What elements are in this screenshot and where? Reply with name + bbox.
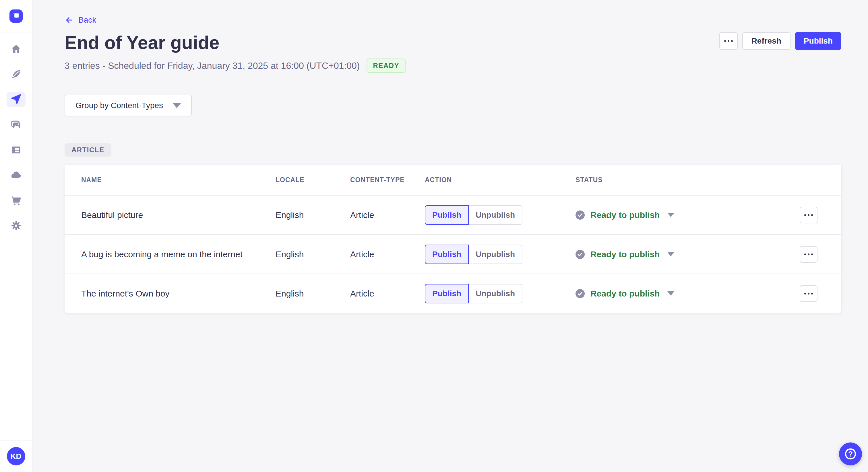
- help-button[interactable]: ?: [839, 442, 862, 465]
- unpublish-toggle-button[interactable]: Unpublish: [469, 205, 522, 225]
- paper-plane-icon: [7, 92, 26, 107]
- row-more-button[interactable]: [800, 207, 817, 224]
- status-label: Ready to publish: [590, 249, 660, 259]
- chevron-down-icon: [173, 103, 181, 108]
- entry-name: The internet's Own boy: [81, 289, 276, 299]
- sidebar-item-content-manager[interactable]: [0, 62, 32, 87]
- gear-icon: [7, 218, 26, 233]
- header-actions: Refresh Publish: [719, 32, 841, 50]
- entry-status-cell: Ready to publish: [576, 249, 776, 259]
- cart-icon: [7, 193, 26, 208]
- sidebar-item-media-library[interactable]: [0, 112, 32, 137]
- entry-more-cell: [800, 246, 817, 263]
- pictures-icon: [7, 117, 26, 133]
- svg-text:?: ?: [848, 450, 853, 458]
- publish-action-toggle: Publish Unpublish: [425, 245, 576, 264]
- sidebar-nav: [0, 36, 32, 238]
- table-body: Beautiful picture English Article Publis…: [65, 195, 841, 313]
- sidebar-item-home[interactable]: [0, 36, 32, 62]
- column-header-content-type: CONTENT-TYPE: [350, 176, 425, 184]
- entry-locale: English: [276, 289, 350, 299]
- ellipsis-icon: [723, 40, 734, 42]
- entry-action-cell: Publish Unpublish: [425, 284, 576, 303]
- column-header-locale: LOCALE: [276, 176, 350, 184]
- chevron-down-icon: [668, 213, 674, 217]
- strapi-logo-icon: [9, 9, 23, 23]
- main-content: Back Refresh Publish End of Year guide 3…: [32, 0, 868, 313]
- entry-content-type: Article: [350, 289, 425, 299]
- check-circle-icon: [576, 250, 585, 259]
- back-link[interactable]: Back: [65, 15, 96, 25]
- status-label: Ready to publish: [590, 289, 660, 299]
- sidebar-item-marketplace[interactable]: [0, 188, 32, 213]
- arrow-left-icon: [65, 15, 74, 25]
- entry-action-cell: Publish Unpublish: [425, 205, 576, 225]
- user-avatar[interactable]: KD: [7, 447, 25, 465]
- publish-toggle-button[interactable]: Publish: [425, 205, 469, 225]
- publish-action-toggle: Publish Unpublish: [425, 205, 576, 225]
- entry-locale: English: [276, 249, 350, 259]
- release-more-button[interactable]: [719, 32, 738, 50]
- question-circle-icon: ?: [844, 448, 857, 460]
- back-label: Back: [79, 15, 96, 25]
- status-dropdown[interactable]: Ready to publish: [576, 289, 776, 299]
- group-by-label: Group by Content-Types: [75, 101, 163, 110]
- sidebar-item-settings[interactable]: [0, 213, 32, 238]
- chevron-down-icon: [668, 252, 674, 256]
- column-header-status: STATUS: [576, 176, 776, 184]
- entry-content-type: Article: [350, 249, 425, 259]
- publish-button[interactable]: Publish: [795, 32, 841, 50]
- sidebar-item-cloud[interactable]: [0, 163, 32, 188]
- sidebar-item-content-type-builder[interactable]: [0, 137, 32, 163]
- table-row: A bug is becoming a meme on the internet…: [65, 234, 841, 274]
- ellipsis-icon: [803, 254, 814, 255]
- entry-locale: English: [276, 210, 350, 220]
- table-row: The internet's Own boy English Article P…: [65, 274, 841, 313]
- release-schedule-text: 3 entries - Scheduled for Friday, Januar…: [65, 61, 360, 71]
- entry-status-cell: Ready to publish: [576, 289, 776, 299]
- cloud-icon: [7, 167, 26, 183]
- entry-name: A bug is becoming a meme on the internet: [81, 249, 276, 259]
- publish-toggle-button[interactable]: Publish: [425, 284, 469, 303]
- check-circle-icon: [576, 210, 585, 220]
- publish-toggle-button[interactable]: Publish: [425, 245, 469, 264]
- entry-name: Beautiful picture: [81, 210, 276, 220]
- entry-status-cell: Ready to publish: [576, 210, 776, 220]
- strapi-logo[interactable]: [9, 9, 23, 23]
- sidebar-header: [0, 0, 32, 32]
- entry-content-type: Article: [350, 210, 425, 220]
- unpublish-toggle-button[interactable]: Unpublish: [469, 245, 522, 264]
- entry-action-cell: Publish Unpublish: [425, 245, 576, 264]
- row-more-button[interactable]: [800, 285, 817, 302]
- publish-action-toggle: Publish Unpublish: [425, 284, 576, 303]
- sidebar-item-releases[interactable]: [0, 87, 32, 112]
- sidebar: KD: [0, 0, 32, 472]
- refresh-button[interactable]: Refresh: [742, 32, 790, 50]
- group-by-select[interactable]: Group by Content-Types: [65, 95, 192, 116]
- check-circle-icon: [576, 289, 585, 298]
- table-row: Beautiful picture English Article Publis…: [65, 195, 841, 234]
- chevron-down-icon: [668, 291, 674, 296]
- row-more-button[interactable]: [800, 246, 817, 263]
- layout-icon: [7, 142, 26, 158]
- entry-more-cell: [800, 285, 817, 302]
- entries-table: NAME LOCALE CONTENT-TYPE ACTION STATUS B…: [65, 165, 841, 313]
- table-header-row: NAME LOCALE CONTENT-TYPE ACTION STATUS: [65, 165, 841, 195]
- ellipsis-icon: [803, 293, 814, 295]
- ready-status-badge: READY: [367, 59, 406, 73]
- column-header-name: NAME: [81, 176, 276, 184]
- content-type-group-badge: ARTICLE: [65, 143, 112, 157]
- subtitle-row: 3 entries - Scheduled for Friday, Januar…: [65, 59, 841, 73]
- status-dropdown[interactable]: Ready to publish: [576, 210, 776, 220]
- feather-icon: [7, 67, 26, 82]
- ellipsis-icon: [803, 214, 814, 216]
- status-label: Ready to publish: [590, 210, 660, 220]
- column-header-action: ACTION: [425, 176, 576, 184]
- entry-more-cell: [800, 207, 817, 224]
- sidebar-footer: KD: [0, 440, 32, 472]
- unpublish-toggle-button[interactable]: Unpublish: [469, 284, 522, 303]
- status-dropdown[interactable]: Ready to publish: [576, 249, 776, 259]
- home-icon: [7, 41, 26, 57]
